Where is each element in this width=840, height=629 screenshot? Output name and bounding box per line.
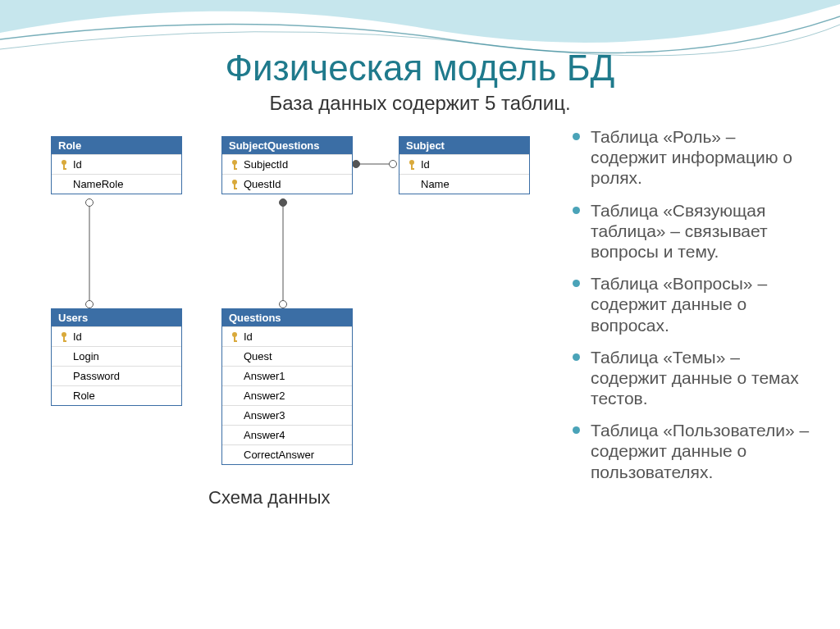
column-name: NameRole [73,178,123,190]
list-item: Таблица «Темы» – содержит данные о темах… [573,347,812,409]
key-icon [231,159,239,171]
key-icon [408,159,416,171]
svg-rect-8 [234,168,237,170]
slide-title: Физическая модель БД [0,48,840,89]
table-row: Quest [222,346,352,366]
svg-rect-20 [234,340,237,342]
key-icon [60,331,68,343]
table-subjectquestions: SubjectQuestions SubjectId QuestId [221,136,353,194]
table-row: SubjectId [222,154,352,174]
table-row: Password [52,366,181,385]
relationship-endpoint [352,160,360,168]
table-row: Id [222,326,352,346]
table-header: Subject [399,137,529,154]
svg-rect-14 [411,168,414,170]
column-name: Id [73,330,82,343]
svg-rect-11 [234,188,237,189]
table-subject: Subject Id Name [399,136,530,194]
table-questions: Questions Id Quest Answer1 Answer2 Answe… [221,308,353,465]
relationship-endpoint [279,300,287,308]
table-row: Id [52,154,181,174]
column-name: Answer2 [244,390,285,402]
column-name: SubjectId [244,158,288,171]
table-header: Questions [222,309,352,326]
column-name: Answer1 [244,370,285,382]
column-name: QuestId [244,178,281,190]
table-row: Answer3 [222,405,352,425]
svg-rect-17 [63,340,66,342]
bullet-list: Таблица «Роль» – содержит информацию о р… [553,126,812,494]
key-icon [231,331,239,343]
column-name: Id [244,330,253,343]
svg-rect-5 [63,168,66,170]
column-name: Name [421,178,450,190]
relationship-endpoint [279,198,287,207]
column-name: Id [73,158,82,171]
column-name: Password [73,370,120,382]
list-item: Таблица «Вопросы» – содержит данные о во… [573,273,812,335]
table-row: Login [52,346,181,366]
table-role: Role Id NameRole [51,136,182,194]
slide-subtitle: База данных содержит 5 таблиц. [0,92,840,115]
column-name: Role [73,390,95,402]
column-name: Quest [244,350,272,362]
table-row: CorrectAnswer [222,444,352,464]
relationship-endpoint [85,198,94,207]
table-row: Id [52,326,181,346]
key-icon [60,159,68,171]
table-header: Role [52,137,181,154]
table-users: Users Id Login Password Role [51,308,182,406]
column-name: CorrectAnswer [244,449,314,461]
table-row: Answer1 [222,366,352,385]
table-header: SubjectQuestions [222,137,352,154]
relationship-endpoint [85,300,94,308]
list-item: Таблица «Пользователи» – содержит данные… [573,420,812,482]
column-name: Id [421,158,430,171]
db-schema-diagram: Role Id NameRole SubjectQuestions Subjec… [28,126,553,561]
table-row: Role [52,385,181,405]
list-item: Таблица «Роль» – содержит информацию о р… [573,126,812,189]
table-row: Id [399,154,529,174]
relationship-endpoint [389,160,397,168]
table-header: Users [52,309,181,326]
table-row: Name [399,174,529,194]
table-row: NameRole [52,174,181,194]
table-row: QuestId [222,174,352,194]
column-name: Answer4 [244,429,285,441]
column-name: Answer3 [244,409,285,422]
table-row: Answer2 [222,385,352,405]
column-name: Login [73,350,99,362]
key-icon [231,179,239,190]
list-item: Таблица «Связующая таблица» – связывает … [573,200,812,262]
diagram-caption: Схема данных [208,487,331,508]
table-row: Answer4 [222,425,352,444]
